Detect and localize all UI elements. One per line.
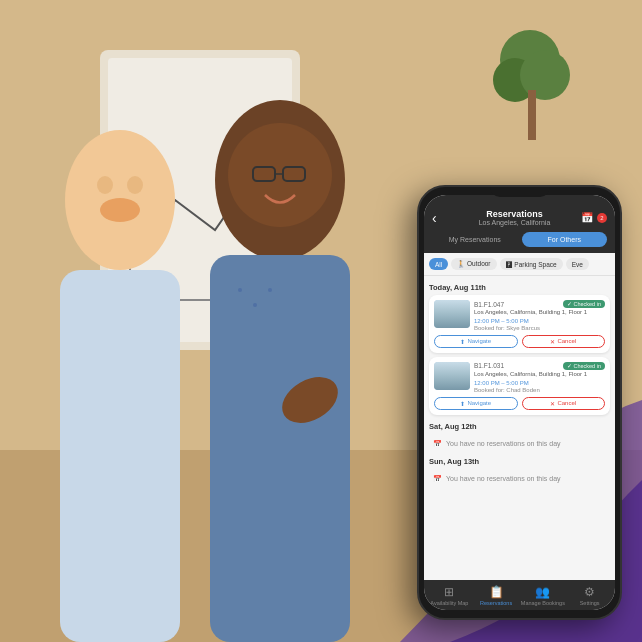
map-icon: ⊞ [444, 585, 454, 599]
svg-rect-16 [210, 255, 350, 642]
svg-point-12 [228, 123, 332, 227]
day-sat-aug12: Sat, Aug 12th [429, 419, 610, 434]
filter-all[interactable]: All [429, 258, 448, 270]
nav-manage-bookings[interactable]: 👥 Manage Bookings [520, 585, 567, 606]
header-icons: 📅 2 [581, 212, 607, 223]
nav-settings[interactable]: ⚙ Settings [566, 585, 613, 606]
phone-mockup: ‹ Reservations Los Angeles, California 📅… [417, 185, 622, 620]
card-thumbnail-2 [434, 362, 470, 390]
navigate-icon-2: ⬆ [460, 400, 465, 407]
checked-badge-2: ✓ Checked in [563, 362, 605, 370]
checked-badge-1: ✓ Checked in [563, 300, 605, 308]
nav-availability-map[interactable]: ⊞ Availability Map [426, 585, 473, 606]
day-today: Today, Aug 11th [429, 280, 610, 295]
card-booked-2: Booked for: Chad Boden [474, 387, 605, 393]
card-location-1: Los Angeles, California, Building 1, Flo… [474, 309, 605, 317]
svg-point-9 [100, 198, 140, 222]
nav-label-bookings: Manage Bookings [521, 600, 565, 606]
card-info-1: B1.F1.047 ✓ Checked in Los Angeles, Cali… [474, 300, 605, 331]
card-top-1: B1.F1.047 ✓ Checked in Los Angeles, Cali… [434, 300, 605, 331]
cancel-button-2[interactable]: ✕ Cancel [522, 397, 606, 410]
scroll-content: Today, Aug 11th B1.F1.047 ✓ Checked in L… [424, 276, 615, 580]
svg-point-23 [520, 50, 570, 100]
notification-badge: 2 [597, 213, 607, 223]
navigate-button-1[interactable]: ⬆ Navigate [434, 335, 518, 348]
header-title: Reservations [479, 209, 551, 219]
tab-for-others[interactable]: For Others [522, 232, 608, 247]
phone-header: ‹ Reservations Los Angeles, California 📅… [424, 195, 615, 232]
filter-eve[interactable]: Eve [566, 258, 589, 270]
nav-label-reservations: Reservations [480, 600, 512, 606]
card-info-2: B1.F1.031 ✓ Checked in Los Angeles, Cali… [474, 362, 605, 393]
svg-rect-10 [60, 270, 180, 642]
calendar-icon[interactable]: 📅 [581, 212, 593, 223]
back-button[interactable]: ‹ [432, 210, 448, 226]
card-booked-1: Booked for: Skye Barcus [474, 325, 605, 331]
card-id-2: B1.F1.031 [474, 362, 504, 369]
filter-outdoor[interactable]: 🚶 Outdoor [451, 258, 496, 270]
navigate-icon-1: ⬆ [460, 338, 465, 345]
nav-reservations[interactable]: 📋 Reservations [473, 585, 520, 606]
tab-my-reservations[interactable]: My Reservations [432, 232, 518, 247]
card-time-1: 12:00 PM – 5:00 PM [474, 318, 605, 324]
svg-point-8 [127, 176, 143, 194]
card-thumbnail-1 [434, 300, 470, 328]
header-subtitle: Los Angeles, California [479, 219, 551, 226]
header-center: Reservations Los Angeles, California [479, 209, 551, 226]
card-id-1: B1.F1.047 [474, 301, 504, 308]
day-sun-aug13: Sun, Aug 13th [429, 454, 610, 469]
svg-point-17 [238, 288, 242, 292]
nav-label-map: Availability Map [430, 600, 468, 606]
nav-label-settings: Settings [580, 600, 600, 606]
card-location-2: Los Angeles, California, Building 1, Flo… [474, 371, 605, 379]
cancel-button-1[interactable]: ✕ Cancel [522, 335, 606, 348]
cancel-icon-1: ✕ [550, 338, 555, 345]
card-time-2: 12:00 PM – 5:00 PM [474, 380, 605, 386]
reservation-card-1: B1.F1.047 ✓ Checked in Los Angeles, Cali… [429, 295, 610, 353]
svg-point-7 [97, 176, 113, 194]
card-top-2: B1.F1.031 ✓ Checked in Los Angeles, Cali… [434, 362, 605, 393]
calendar-empty-icon-2: 📅 [433, 475, 442, 483]
filter-parking[interactable]: 🅿 Parking Space [500, 258, 563, 270]
card-actions-1: ⬆ Navigate ✕ Cancel [434, 335, 605, 348]
svg-point-18 [253, 303, 257, 307]
phone-notch [490, 187, 550, 197]
navigate-button-2[interactable]: ⬆ Navigate [434, 397, 518, 410]
filter-row: All 🚶 Outdoor 🅿 Parking Space Eve [424, 253, 615, 276]
no-reservation-sun: 📅 You have no reservations on this day [429, 469, 610, 489]
card-actions-2: ⬆ Navigate ✕ Cancel [434, 397, 605, 410]
calendar-empty-icon-1: 📅 [433, 440, 442, 448]
no-reservation-sat: 📅 You have no reservations on this day [429, 434, 610, 454]
cancel-icon-2: ✕ [550, 400, 555, 407]
settings-icon: ⚙ [584, 585, 595, 599]
phone-screen: ‹ Reservations Los Angeles, California 📅… [424, 195, 615, 610]
reservations-icon: 📋 [489, 585, 504, 599]
svg-rect-24 [528, 90, 536, 140]
bottom-nav: ⊞ Availability Map 📋 Reservations 👥 Mana… [424, 580, 615, 610]
svg-point-19 [268, 288, 272, 292]
reservation-card-2: B1.F1.031 ✓ Checked in Los Angeles, Cali… [429, 357, 610, 415]
bookings-icon: 👥 [535, 585, 550, 599]
tab-row: My Reservations For Others [424, 232, 615, 253]
